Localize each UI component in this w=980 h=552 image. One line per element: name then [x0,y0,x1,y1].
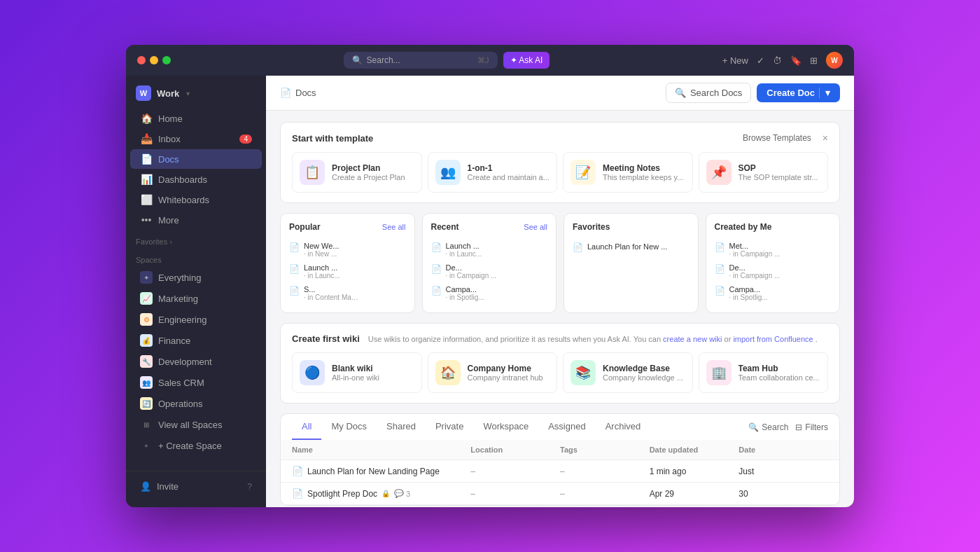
doc-name: Launch ... [446,242,482,250]
recent-see-all[interactable]: See all [524,223,547,231]
doc-name-cell: 📄 Spotlight Prep Doc 🔒 💬 3 [292,488,470,499]
tab-workspace[interactable]: Workspace [473,414,538,440]
sales-crm-icon: 👥 [140,376,153,389]
doc-name-cell: 📄 Launch Plan for New Landing Page [292,466,470,476]
wiki-card-team-hub[interactable]: 🏢 Team Hub Team collaboration ce... [699,352,829,393]
sidebar-item-label: Home [158,113,183,124]
wiki-card-knowledge-base[interactable]: 📚 Knowledge Base Company knowledge ... [563,352,693,393]
doc-info: Campa... · in Spotlig... [729,285,768,301]
doc-item[interactable]: 📄 Campa... · in Spotlig... [715,282,832,304]
wiki-section: Create first wiki Use wikis to organize … [280,323,840,403]
wiki-info: Knowledge Base Company knowledge ... [603,364,683,382]
tabs: All My Docs Shared Private [292,414,650,440]
docs-nav-icon: 📄 [140,153,153,165]
doc-location: · in Launc... [304,272,340,280]
doc-info: New We... · in New ... [304,242,340,258]
template-section: Start with template Browse Templates × 📋… [280,122,840,203]
doc-name: Met... [729,242,780,250]
ask-ai-button[interactable]: ✦ Ask AI [503,52,550,69]
doc-info: De... · in Campaign ... [729,263,780,280]
import-confluence-link[interactable]: import from Confluence [733,335,813,343]
template-info: Meeting Notes This template keeps y... [603,163,683,181]
ask-ai-label: ✦ Ask AI [510,55,543,65]
table-row[interactable]: 📄 Launch Plan for New Landing Page – – 1… [281,460,839,483]
space-item-operations[interactable]: 🔄 Operations [130,394,262,413]
wiki-desc-text: All-in-one wiki [332,373,379,382]
template-card-project-plan[interactable]: 📋 Project Plan Create a Project Plan [292,152,422,193]
doc-name: De... [446,263,497,272]
tab-private[interactable]: Private [426,414,473,440]
doc-item[interactable]: 📄 De... · in Campaign ... [715,261,832,282]
fullscreen-button[interactable] [162,56,171,64]
space-item-finance[interactable]: 💰 Finance [130,331,262,350]
search-docs-button[interactable]: 🔍 Search Docs [666,83,751,103]
doc-item[interactable]: 📄 Launch ... · in Launc... [289,261,406,282]
doc-item[interactable]: 📄 Launch ... · in Launc... [431,239,548,261]
avatar[interactable]: W [826,52,843,69]
close-button[interactable] [137,56,146,64]
workspace-chevron-icon: ▾ [186,90,190,97]
table-row[interactable]: 📄 Spotlight Prep Doc 🔒 💬 3 – – Apr 29 [281,483,839,505]
sidebar-item-dashboards[interactable]: 📊 Dashboards [130,170,262,189]
workspace-selector[interactable]: W Work ▾ [126,81,266,108]
space-item-engineering[interactable]: ⚙ Engineering [130,310,262,329]
template-card-sop[interactable]: 📌 SOP The SOP template str... [699,152,829,193]
tab-all[interactable]: All [292,414,321,440]
doc-name: Launch Plan for New ... [587,242,667,251]
tab-my-docs[interactable]: My Docs [321,414,377,440]
browse-templates-button[interactable]: Browse Templates [743,133,811,143]
content-area: 📄 Docs 🔍 Search Docs Create Doc ▾ [266,76,854,507]
doc-row-icon: 📄 [292,488,303,499]
doc-item[interactable]: 📄 New We... · in New ... [289,239,406,261]
doc-icon: 📄 [289,264,300,274]
wiki-desc-text: Team collaboration ce... [738,373,820,382]
sidebar-item-inbox[interactable]: 📥 Inbox 4 [130,129,262,149]
table-filter-button[interactable]: ⊟ Filters [795,422,828,432]
create-doc-chevron-icon[interactable]: ▾ [819,88,830,98]
template-desc: Create and maintain a... [468,173,550,181]
create-new-wiki-link[interactable]: create a new wiki [663,335,722,343]
tab-assigned[interactable]: Assigned [538,414,595,440]
invite-button[interactable]: 👤 Invite ? [130,477,262,496]
sidebar-item-docs[interactable]: 📄 Docs [130,149,262,169]
wiki-card-blank[interactable]: 🔵 Blank wiki All-in-one wiki [292,352,422,393]
doc-info: S... · in Content Man... [304,285,360,301]
tab-archived[interactable]: Archived [596,414,651,440]
template-card-1on1[interactable]: 👥 1-on-1 Create and maintain a... [428,152,558,193]
create-doc-button[interactable]: Create Doc ▾ [757,83,840,102]
table-search-button[interactable]: 🔍 Search [748,422,788,432]
space-item-marketing[interactable]: 📈 Marketing [130,289,262,308]
help-icon[interactable]: ? [247,482,252,492]
favorites-section[interactable]: Favorites › [126,230,266,249]
doc-location: · in Spotlig... [729,294,768,301]
doc-row-location: – [470,467,560,476]
sidebar-item-home[interactable]: 🏠 Home [130,109,262,128]
popular-see-all[interactable]: See all [382,223,406,231]
doc-item[interactable]: 📄 Launch Plan for New ... [573,239,690,255]
create-space[interactable]: + + Create Space [130,436,262,455]
space-item-everything[interactable]: ✦ Everything [130,268,262,287]
view-all-spaces[interactable]: ⊞ View all Spaces [130,415,262,434]
search-docs-icon: 🔍 [675,88,686,98]
wiki-name: Company Home [468,364,543,373]
doc-item[interactable]: 📄 De... · in Campaign ... [431,261,548,282]
doc-item[interactable]: 📄 Met... · in Campaign ... [715,239,832,261]
close-template-button[interactable]: × [822,132,828,144]
tab-shared[interactable]: Shared [377,414,426,440]
minimize-button[interactable] [150,56,158,64]
doc-item[interactable]: 📄 S... · in Content Man... [289,282,406,304]
doc-location: · in Spotlig... [446,294,484,301]
template-card-meeting-notes[interactable]: 📝 Meeting Notes This template keeps y... [563,152,693,193]
space-item-development[interactable]: 🔧 Development [130,352,262,371]
doc-row-date: Just [738,467,828,476]
doc-name: Campa... [446,285,484,294]
sidebar-item-more[interactable]: ••• More [130,210,262,230]
new-button[interactable]: + New [722,55,748,66]
doc-icon: 📄 [289,286,300,296]
wiki-info: Blank wiki All-in-one wiki [332,364,379,382]
wiki-card-company-home[interactable]: 🏠 Company Home Company intranet hub [428,352,558,393]
space-item-sales-crm[interactable]: 👥 Sales CRM [130,373,262,392]
global-search[interactable]: 🔍 Search... ⌘J [344,52,498,69]
doc-item[interactable]: 📄 Campa... · in Spotlig... [431,282,548,304]
sidebar-item-whiteboards[interactable]: ⬜ Whiteboards [130,190,262,209]
